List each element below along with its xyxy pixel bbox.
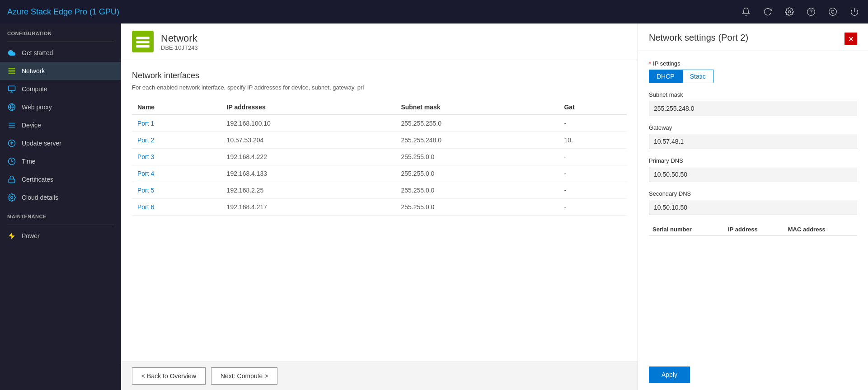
sidebar-item-power[interactable]: Power xyxy=(0,227,121,245)
port-link[interactable]: Port 6 xyxy=(137,203,154,211)
sidebar-item-label: Cloud details xyxy=(22,194,58,201)
maintenance-section-label: MAINTENANCE xyxy=(0,207,121,223)
sidebar-item-device[interactable]: Device xyxy=(0,116,121,134)
port-link[interactable]: Port 1 xyxy=(137,120,154,127)
sidebar-item-label: Compute xyxy=(22,85,47,93)
sidebar-item-label: Get started xyxy=(22,49,53,56)
ip-settings-toggle: DHCP Static xyxy=(649,70,857,83)
subnet-mask-group: Subnet mask xyxy=(649,91,857,116)
port-name-cell: Port 1 xyxy=(132,115,221,132)
device-icon xyxy=(7,121,16,130)
copyright-icon[interactable] xyxy=(826,5,839,18)
power-sidebar-icon xyxy=(7,231,16,240)
gateway-cell: - xyxy=(558,199,627,216)
port-name-cell: Port 2 xyxy=(132,132,221,149)
sidebar-item-label: Web proxy xyxy=(22,103,52,111)
port-name-cell: Port 4 xyxy=(132,165,221,182)
col-name: Name xyxy=(132,100,221,115)
network-icon xyxy=(7,66,16,75)
sidebar-item-update-server[interactable]: Update server xyxy=(0,134,121,152)
port-link[interactable]: Port 4 xyxy=(137,170,154,177)
gateway-cell: - xyxy=(558,149,627,165)
svg-rect-8 xyxy=(9,86,15,91)
table-row: Port 4 192.168.4.133 255.255.0.0 - xyxy=(132,165,627,182)
secondary-dns-label: Secondary DNS xyxy=(649,190,857,197)
help-icon[interactable] xyxy=(805,5,817,18)
config-section-label: CONFIGURATION xyxy=(0,23,121,40)
cloud-icon xyxy=(7,48,16,57)
sidebar-divider-maintenance xyxy=(7,225,114,225)
svg-rect-5 xyxy=(9,68,15,69)
refresh-icon[interactable] xyxy=(761,5,774,18)
col-gateway: Gat xyxy=(558,100,627,115)
ip-settings-label: * IP settings xyxy=(649,60,857,67)
settings-icon[interactable] xyxy=(783,5,796,18)
content-header-text: Network DBE-10JT243 xyxy=(161,33,198,51)
bell-icon[interactable] xyxy=(740,5,752,18)
ip-cell: 10.57.53.204 xyxy=(221,132,396,149)
compute-icon xyxy=(7,85,16,94)
serial-table: Serial number IP address MAC address xyxy=(649,223,857,236)
port-name-cell: Port 5 xyxy=(132,182,221,199)
port-link[interactable]: Port 3 xyxy=(137,153,154,160)
svg-marker-21 xyxy=(9,233,15,240)
sidebar-item-time[interactable]: Time xyxy=(0,152,121,170)
apply-button[interactable]: Apply xyxy=(649,367,690,383)
table-row: Port 5 192.168.2.25 255.255.0.0 - xyxy=(132,182,627,199)
svg-point-20 xyxy=(11,197,13,199)
dhcp-button[interactable]: DHCP xyxy=(649,70,682,83)
network-header-icon xyxy=(132,31,154,52)
bottom-table-section: Serial number IP address MAC address xyxy=(649,223,857,236)
sidebar-divider-config xyxy=(7,42,114,42)
primary-dns-input[interactable] xyxy=(649,167,857,182)
content-area: Network DBE-10JT243 Network interfaces F… xyxy=(121,23,638,390)
next-compute-button[interactable]: Next: Compute > xyxy=(211,367,277,385)
page-subtitle: DBE-10JT243 xyxy=(161,44,198,51)
sidebar-item-web-proxy[interactable]: Web proxy xyxy=(0,98,121,116)
back-to-overview-button[interactable]: < Back to Overview xyxy=(132,367,206,385)
network-table: Name IP addresses Subnet mask Gat Port 1… xyxy=(132,100,627,216)
table-row: Port 6 192.168.4.217 255.255.0.0 - xyxy=(132,199,627,216)
table-row: Port 3 192.168.4.222 255.255.0.0 - xyxy=(132,149,627,165)
port-link[interactable]: Port 5 xyxy=(137,187,154,194)
page-title: Network xyxy=(161,33,198,44)
port-link[interactable]: Port 2 xyxy=(137,136,154,144)
primary-dns-group: Primary DNS xyxy=(649,157,857,182)
power-icon[interactable] xyxy=(848,5,861,18)
secondary-dns-input[interactable] xyxy=(649,200,857,215)
subnet-cell: 255.255.0.0 xyxy=(395,199,558,216)
sidebar-item-label: Power xyxy=(22,232,40,240)
sidebar-item-network[interactable]: Network xyxy=(0,62,121,80)
table-row: Port 2 10.57.53.204 255.255.248.0 10. xyxy=(132,132,627,149)
sidebar-item-get-started[interactable]: Get started xyxy=(0,44,121,62)
gateway-group: Gateway xyxy=(649,124,857,149)
sidebar-item-certificates[interactable]: Certificates xyxy=(0,170,121,188)
main-layout: CONFIGURATION Get started Network Comput… xyxy=(0,23,868,390)
subnet-mask-label: Subnet mask xyxy=(649,91,857,98)
sidebar-item-cloud-details[interactable]: Cloud details xyxy=(0,188,121,207)
sidebar-item-compute[interactable]: Compute xyxy=(0,80,121,98)
gateway-cell: 10. xyxy=(558,132,627,149)
port-name-cell: Port 3 xyxy=(132,149,221,165)
svg-rect-19 xyxy=(9,179,15,183)
sidebar-item-label: Certificates xyxy=(22,176,53,183)
topbar: Azure Stack Edge Pro (1 GPU) xyxy=(0,0,868,23)
section-desc: For each enabled network interface, spec… xyxy=(132,84,627,91)
sidebar: CONFIGURATION Get started Network Comput… xyxy=(0,23,121,390)
sidebar-item-label: Device xyxy=(22,122,41,129)
required-star: * xyxy=(649,60,651,67)
gateway-input[interactable] xyxy=(649,134,857,149)
subnet-mask-input[interactable] xyxy=(649,101,857,116)
static-button[interactable]: Static xyxy=(682,70,713,83)
gateway-cell: - xyxy=(558,115,627,132)
sidebar-item-label: Network xyxy=(22,67,45,75)
close-panel-button[interactable]: ✕ xyxy=(845,33,857,45)
app-title: Azure Stack Edge Pro (1 GPU) xyxy=(7,7,740,17)
side-panel: Network settings (Port 2) ✕ * IP setting… xyxy=(638,23,868,390)
gateway-cell: - xyxy=(558,165,627,182)
port-name-cell: Port 6 xyxy=(132,199,221,216)
subnet-cell: 255.255.248.0 xyxy=(395,132,558,149)
side-panel-body: * IP settings DHCP Static Subnet mask Ga… xyxy=(638,51,868,359)
gateway-label: Gateway xyxy=(649,124,857,131)
col-mac-addr: MAC address xyxy=(784,223,857,236)
